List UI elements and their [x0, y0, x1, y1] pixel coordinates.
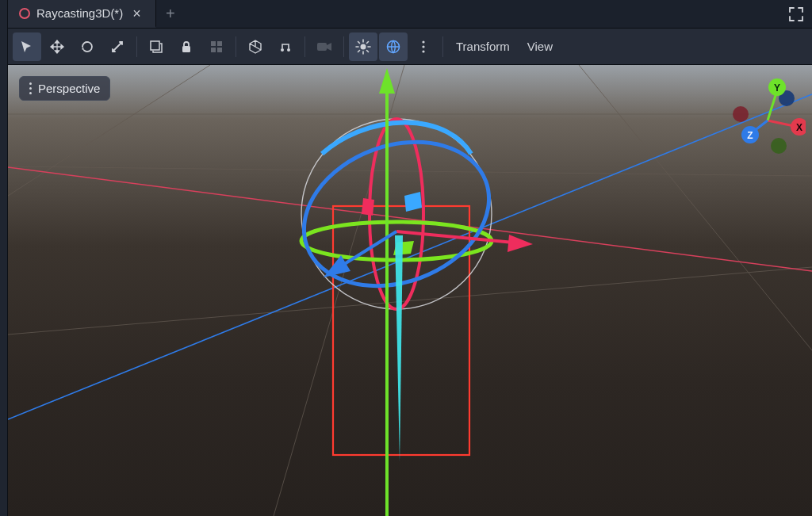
svg-point-11: [422, 40, 424, 43]
sun-preview-button[interactable]: [349, 32, 377, 61]
node3d-ring-icon: [19, 8, 30, 19]
scale-tool-button[interactable]: [103, 32, 132, 61]
move-tool-button[interactable]: [43, 32, 71, 61]
axis-neg-y: [771, 138, 787, 154]
svg-text:Z: Z: [747, 130, 753, 141]
svg-point-6: [281, 48, 284, 52]
axis-pos-y: Y: [768, 78, 786, 96]
snap-origin-button[interactable]: [271, 32, 300, 61]
select-tool-button[interactable]: [13, 32, 41, 61]
viewport-toolbar: Transform View: [8, 29, 812, 65]
grid-icon: [209, 39, 224, 55]
overflow-button[interactable]: [409, 32, 438, 61]
svg-text:Y: Y: [774, 82, 780, 94]
lock-icon: [178, 39, 194, 55]
list-icon: [148, 39, 164, 55]
svg-marker-25: [379, 68, 395, 94]
grid-disabled-button[interactable]: [202, 32, 231, 61]
svg-line-16: [8, 267, 812, 334]
snap-icon: [278, 39, 293, 55]
dots-icon: [421, 39, 426, 55]
transform-menu[interactable]: Transform: [448, 35, 518, 58]
axis-gizmo[interactable]: X Y Z: [730, 73, 806, 155]
svg-point-7: [287, 48, 290, 52]
toolbar-separator: [442, 36, 443, 57]
axis-x: [8, 167, 812, 271]
axis-pos-x: X: [791, 118, 806, 136]
svg-line-15: [8, 166, 812, 176]
svg-text:X: X: [796, 122, 802, 133]
axis-pos-z: Z: [741, 126, 759, 143]
axis-neg-x: [733, 106, 749, 122]
add-tab-button[interactable]: +: [156, 0, 185, 28]
svg-rect-4: [211, 48, 216, 52]
cube-icon: [247, 39, 263, 55]
viewport-3d[interactable]: Perspective X Y Z: [8, 65, 812, 516]
svg-rect-0: [151, 41, 159, 50]
fullscreen-icon: [788, 6, 804, 22]
scene-overlay: [8, 65, 812, 516]
sun-icon: [355, 39, 371, 55]
toolbar-separator: [236, 36, 236, 57]
tab-bar: Raycasting3D(*) × +: [8, 0, 812, 29]
dots-icon: [29, 82, 32, 94]
plane-handle-yz: [362, 198, 374, 216]
svg-rect-5: [217, 48, 222, 52]
scene-tab-title: Raycasting3D(*): [36, 6, 123, 20]
cursor-icon: [20, 40, 34, 54]
svg-rect-2: [211, 41, 216, 46]
rotate-icon: [79, 39, 95, 55]
svg-point-12: [422, 45, 424, 48]
toolbar-separator: [343, 36, 344, 57]
camera-mode-label: Perspective: [38, 82, 100, 95]
camera-icon: [316, 40, 333, 54]
raycast-vector: [395, 235, 403, 461]
plane-handle-xz: [404, 192, 422, 212]
cube-button[interactable]: [241, 32, 270, 61]
svg-rect-1: [182, 46, 190, 52]
svg-point-13: [422, 50, 424, 52]
toolbar-separator: [136, 36, 137, 57]
camera-mode-button[interactable]: Perspective: [19, 76, 110, 101]
left-rail: [0, 0, 8, 516]
svg-line-26: [396, 231, 522, 243]
view-menu[interactable]: View: [519, 35, 561, 58]
rotate-tool-button[interactable]: [73, 32, 102, 61]
scale-icon: [109, 39, 125, 55]
svg-rect-3: [217, 41, 222, 46]
svg-rect-8: [317, 43, 327, 51]
svg-point-9: [361, 44, 366, 49]
object-list-button[interactable]: [142, 32, 170, 61]
toolbar-separator: [304, 36, 305, 57]
camera-preview-button[interactable]: [310, 32, 339, 61]
close-icon[interactable]: ×: [129, 5, 144, 22]
plus-icon: +: [166, 5, 175, 23]
fullscreen-button[interactable]: [780, 0, 812, 28]
svg-marker-27: [508, 235, 533, 252]
svg-line-17: [274, 65, 404, 516]
lock-button[interactable]: [172, 32, 201, 61]
globe-button[interactable]: [379, 32, 408, 61]
scene-tab[interactable]: Raycasting3D(*) ×: [8, 0, 156, 28]
globe-icon: [385, 39, 401, 55]
move-icon: [49, 39, 65, 55]
